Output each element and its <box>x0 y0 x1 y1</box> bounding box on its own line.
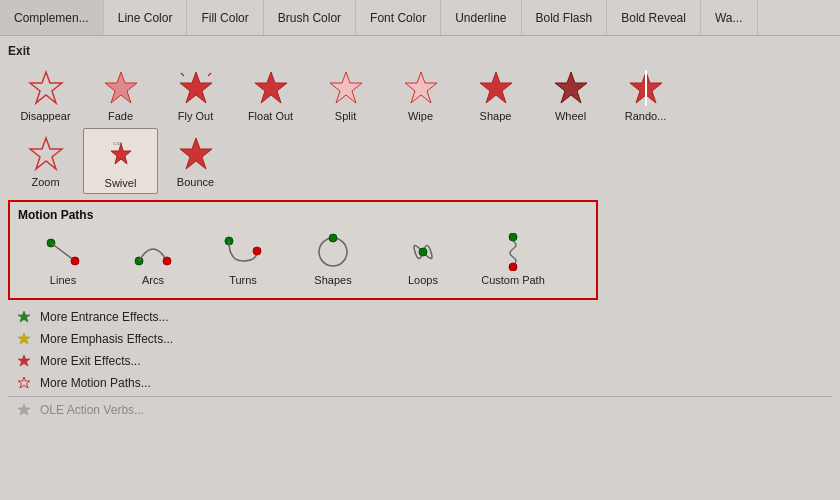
more-exit-effects[interactable]: More Exit Effects... <box>8 350 832 372</box>
svg-marker-7 <box>330 72 362 103</box>
lines-icon <box>41 232 85 272</box>
svg-marker-6 <box>255 72 287 103</box>
svg-marker-9 <box>480 72 512 103</box>
svg-marker-32 <box>18 377 30 388</box>
more-exit-label: More Exit Effects... <box>40 354 140 368</box>
bounce-label: Bounce <box>177 176 214 188</box>
svg-marker-29 <box>18 311 30 322</box>
svg-line-18 <box>51 243 75 261</box>
more-motion-paths[interactable]: More Motion Paths... <box>8 372 832 394</box>
svg-text:cas: cas <box>113 140 122 146</box>
motion-star-icon <box>16 375 32 391</box>
floatout-icon <box>251 68 291 108</box>
turns-label: Turns <box>229 274 257 286</box>
ole-action-verbs[interactable]: OLE Action Verbs... <box>8 399 832 421</box>
swivel-label: Swivel <box>105 177 137 189</box>
svg-marker-13 <box>30 138 62 169</box>
main-content: Exit Disappear Fade <box>0 36 840 425</box>
motion-paths-row: Lines Arcs <box>18 228 588 290</box>
bounce-icon <box>176 134 216 174</box>
anim-flyout[interactable]: Fly Out <box>158 62 233 126</box>
tab-fill-color[interactable]: Fill Color <box>187 0 263 35</box>
custom-path-icon <box>491 232 535 272</box>
wheel-icon <box>551 68 591 108</box>
custom-path-label: Custom Path <box>481 274 545 286</box>
svg-point-28 <box>509 263 517 271</box>
svg-point-21 <box>163 257 171 265</box>
floatout-label: Float Out <box>248 110 293 122</box>
anim-random[interactable]: Rando... <box>608 62 683 126</box>
motion-lines[interactable]: Lines <box>18 228 108 290</box>
tab-font-color[interactable]: Font Color <box>356 0 441 35</box>
svg-point-23 <box>253 247 261 255</box>
disappear-label: Disappear <box>20 110 70 122</box>
svg-marker-30 <box>18 333 30 344</box>
svg-marker-10 <box>555 72 587 103</box>
flyout-label: Fly Out <box>178 110 213 122</box>
lines-label: Lines <box>50 274 76 286</box>
random-icon <box>626 68 666 108</box>
zoom-label: Zoom <box>31 176 59 188</box>
svg-marker-0 <box>30 72 62 103</box>
tab-line-color[interactable]: Line Color <box>104 0 188 35</box>
tab-underline[interactable]: Underline <box>441 0 521 35</box>
anim-fade[interactable]: Fade <box>83 62 158 126</box>
more-entrance-label: More Entrance Effects... <box>40 310 169 324</box>
turns-icon <box>221 232 265 272</box>
anim-swivel[interactable]: cas Swivel <box>83 128 158 194</box>
svg-line-4 <box>181 73 184 76</box>
fade-icon <box>101 68 141 108</box>
tab-complemen[interactable]: Complemen... <box>0 0 104 35</box>
ole-label: OLE Action Verbs... <box>40 403 144 417</box>
svg-point-27 <box>509 233 517 241</box>
exit-section-label: Exit <box>8 40 832 62</box>
arcs-label: Arcs <box>142 274 164 286</box>
entrance-star-icon <box>16 309 32 325</box>
disappear-icon <box>26 68 66 108</box>
motion-paths-section: Motion Paths Lines <box>8 200 598 300</box>
more-emphasis-label: More Emphasis Effects... <box>40 332 173 346</box>
more-emphasis-effects[interactable]: More Emphasis Effects... <box>8 328 832 350</box>
anim-split[interactable]: Split <box>308 62 383 126</box>
more-entrance-effects[interactable]: More Entrance Effects... <box>8 306 832 328</box>
anim-wipe[interactable]: Wipe <box>383 62 458 126</box>
loops-icon <box>401 232 445 272</box>
svg-line-5 <box>208 73 211 76</box>
svg-marker-31 <box>18 355 30 366</box>
motion-custom-path[interactable]: Custom Path <box>468 228 558 290</box>
zoom-icon <box>26 134 66 174</box>
svg-marker-8 <box>405 72 437 103</box>
shapes-label: Shapes <box>314 274 351 286</box>
tab-bold-reveal[interactable]: Bold Reveal <box>607 0 701 35</box>
wheel-label: Wheel <box>555 110 586 122</box>
tab-bold-flash[interactable]: Bold Flash <box>522 0 608 35</box>
svg-marker-14 <box>111 143 131 164</box>
anim-wheel[interactable]: Wheel <box>533 62 608 126</box>
swivel-icon: cas <box>101 135 141 175</box>
anim-bounce[interactable]: Bounce <box>158 128 233 194</box>
svg-marker-2 <box>180 72 212 103</box>
anim-disappear[interactable]: Disappear <box>8 62 83 126</box>
anim-zoom[interactable]: Zoom <box>8 128 83 194</box>
more-motion-paths-label: More Motion Paths... <box>40 376 151 390</box>
motion-shapes[interactable]: Shapes <box>288 228 378 290</box>
exit-animation-row1: Disappear Fade Fly Out <box>8 62 832 126</box>
svg-marker-1 <box>105 72 137 103</box>
anim-floatout[interactable]: Float Out <box>233 62 308 126</box>
exit-star-icon <box>16 353 32 369</box>
motion-arcs[interactable]: Arcs <box>108 228 198 290</box>
arcs-icon <box>131 232 175 272</box>
motion-loops[interactable]: Loops <box>378 228 468 290</box>
loops-label: Loops <box>408 274 438 286</box>
tab-brush-color[interactable]: Brush Color <box>264 0 356 35</box>
motion-paths-title: Motion Paths <box>18 208 588 222</box>
wipe-label: Wipe <box>408 110 433 122</box>
svg-marker-33 <box>18 404 30 415</box>
tab-wa[interactable]: Wa... <box>701 0 758 35</box>
fade-label: Fade <box>108 110 133 122</box>
shape-icon <box>476 68 516 108</box>
motion-turns[interactable]: Turns <box>198 228 288 290</box>
svg-marker-16 <box>180 138 212 169</box>
wipe-icon <box>401 68 441 108</box>
anim-shape[interactable]: Shape <box>458 62 533 126</box>
